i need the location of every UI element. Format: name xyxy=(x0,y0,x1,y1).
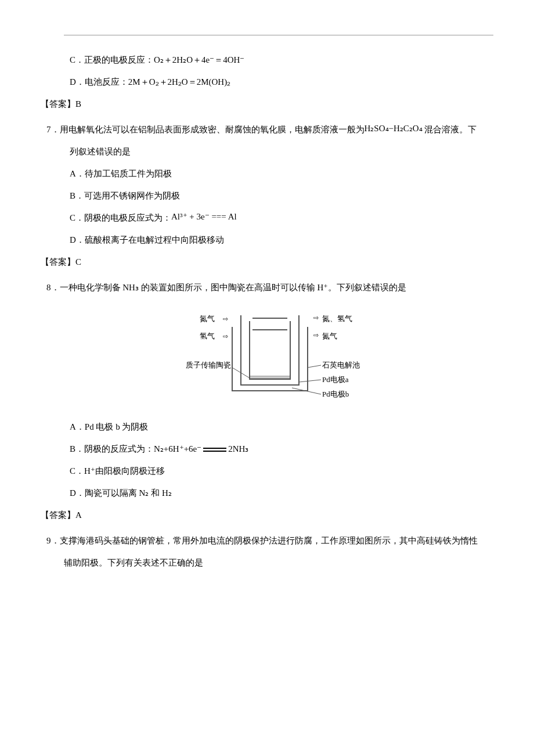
q8-option-b: B．阴极的反应式为：N₂+6H⁺+6e⁻2NH₃ xyxy=(70,442,493,456)
q7-stem-formula: H₂SO₄−H₂C₂O₄ xyxy=(365,124,423,133)
q7-option-a: A．待加工铝质工件为阳极 xyxy=(70,167,493,181)
q7-answer: 【答案】C xyxy=(41,255,493,269)
pd-a-label: Pd电极a xyxy=(322,375,349,384)
pd-b-label: Pd电极b xyxy=(322,390,349,398)
q8-option-c: C．H⁺由阳极向阴极迁移 xyxy=(70,464,493,478)
page-rule xyxy=(64,35,493,35)
q7-option-b: B．可选用不锈钢网作为阴极 xyxy=(70,189,493,203)
gas-out-top-label: 氮、氢气 xyxy=(322,314,352,323)
q8-option-d: D．陶瓷可以隔离 N₂ 和 H₂ xyxy=(70,486,493,500)
eq-line-icon xyxy=(203,448,226,452)
leader-pd-a xyxy=(299,380,321,382)
leader-quartz xyxy=(308,365,321,368)
q7-stem-cont: 列叙述错误的是 xyxy=(70,145,493,159)
q8-optb-f2: 2NH₃ xyxy=(228,444,248,453)
arrow-glyph-1: ⇨ xyxy=(223,315,228,322)
outer-vessel xyxy=(232,327,308,391)
q8-stem: 8．一种电化学制备 NH₃ 的装置如图所示，图中陶瓷在高温时可以传输 H⁺。下列… xyxy=(46,280,493,294)
q9-stem-line1: 9．支撑海港码头基础的钢管桩，常用外加电流的阴极保护法进行防腐，工作原理如图所示… xyxy=(46,534,493,548)
q6-optc-prefix: C．正极的电极反应： xyxy=(70,55,154,64)
q7-optc-formula: Al³⁺ + 3e⁻ === Al xyxy=(171,212,237,221)
q8-optb-prefix: B．阴极的反应式为： xyxy=(70,444,154,453)
ceramic-hatch xyxy=(250,376,290,378)
q9-stem-line2: 辅助阳极。下列有关表述不正确的是 xyxy=(64,556,493,570)
q6-option-c: C．正极的电极反应：O₂＋2H₂O＋4e⁻＝4OH⁻ xyxy=(70,53,493,67)
proton-ceramic-label: 质子传输陶瓷 xyxy=(186,361,231,369)
q7-stem: 7．用电解氧化法可以在铝制品表面形成致密、耐腐蚀的氧化膜，电解质溶液一般为H₂S… xyxy=(46,123,493,136)
q8-option-a: A．Pd 电极 b 为阴极 xyxy=(70,420,493,434)
arrow-glyph-2: ⇨ xyxy=(223,333,228,340)
q8-diagram: 氮气 ⇨ 氢气 ⇨ ⇨ 氮、氢气 ⇨ 氮气 质子传输陶瓷 石英电解池 Pd电极a… xyxy=(165,304,363,408)
q7-stem-text2: 混合溶液。下 xyxy=(424,125,477,134)
q6-option-d: D．电池反应：2M＋O₂＋2H₂O＝2M(OH)₂ xyxy=(70,75,493,89)
q8-optb-f1: N₂+6H⁺+6e⁻ xyxy=(154,444,201,453)
q7-stem-text1: 7．用电解氧化法可以在铝制品表面形成致密、耐腐蚀的氧化膜，电解质溶液一般为 xyxy=(46,125,365,134)
q6-optd-formula: 2M＋O₂＋2H₂O＝2M(OH)₂ xyxy=(128,77,230,87)
q6-optd-prefix: D．电池反应： xyxy=(70,77,128,87)
q7-option-c: C．阴极的电极反应式为：Al³⁺ + 3e⁻ === Al xyxy=(70,211,493,225)
q6-answer: 【答案】B xyxy=(41,97,493,111)
arrow-glyph-4: ⇨ xyxy=(313,332,319,339)
gas-h2-in-label: 氢气 xyxy=(200,332,215,340)
q7-optc-prefix: C．阴极的电极反应式为： xyxy=(70,213,171,222)
quartz-cell-label: 石英电解池 xyxy=(322,361,360,369)
gas-n2-in-label: 氮气 xyxy=(200,314,215,323)
q6-optc-formula: O₂＋2H₂O＋4e⁻＝4OH⁻ xyxy=(154,55,244,64)
arrow-glyph-3: ⇨ xyxy=(313,314,319,321)
gas-out-bot-label: 氮气 xyxy=(322,332,337,340)
q7-option-d: D．硫酸根离子在电解过程中向阳极移动 xyxy=(70,233,493,247)
q8-answer: 【答案】A xyxy=(41,508,493,522)
